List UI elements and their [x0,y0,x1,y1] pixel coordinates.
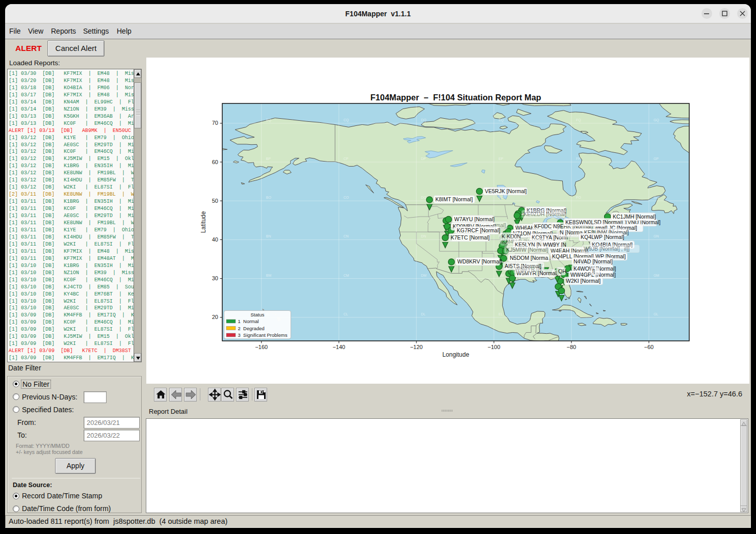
svg-text:Longitude: Longitude [442,351,470,358]
svg-text:BO: BO [266,196,272,199]
svg-text:GO: GO [654,196,659,199]
svg-text:50: 50 [212,198,218,204]
svg-text:K7ETC [Normal]: K7ETC [Normal] [451,234,490,241]
svg-text:−120: −120 [410,344,423,350]
svg-text:EP: EP [499,157,504,161]
svg-text:−80: −80 [567,344,577,350]
svg-text:EQ: EQ [499,118,504,122]
svg-text:DQ: DQ [421,118,427,122]
svg-text:l]: l] [592,268,595,274]
svg-text:CO: CO [344,196,349,199]
svg-text:FQ: FQ [576,118,581,122]
svg-text:DM: DM [421,274,427,277]
svg-text:W2KI [Normal]: W2KI [Normal] [566,278,601,284]
svg-text:GL: GL [654,312,658,316]
svg-text:GN: GN [654,234,659,238]
svg-text:BQ: BQ [266,118,272,122]
svg-text:1 Normal: 1 Normal [238,318,259,324]
svg-text:GM: GM [654,274,659,277]
svg-text:DN: DN [421,234,426,238]
svg-text:Latitude: Latitude [200,211,207,233]
svg-text:W5MYR [N: W5MYR [N [515,266,542,272]
svg-text:−160: −160 [255,344,268,350]
svg-text:W9JB [Normal] , il]]: W9JB [Normal] , il]] [584,246,630,252]
svg-text:FP: FP [576,157,581,161]
svg-text:FO: FO [576,196,581,199]
svg-text:QH: QH [558,268,566,274]
svg-text:WD8KRV [Normal]: WD8KRV [Normal] [457,258,502,264]
svg-text:−60: −60 [644,344,654,350]
svg-text:GQ: GQ [654,118,659,122]
svg-text:BN: BN [266,234,271,238]
svg-text:N5DOM [Norma K: N5DOM [Norma K [510,255,553,261]
svg-text:DL: DL [421,312,426,316]
svg-text:CL: CL [344,312,348,316]
svg-text:KE0ZDH [Normal]: KE0ZDH [Normal] [524,211,566,217]
svg-text:EL: EL [499,312,503,316]
svg-text:70: 70 [212,120,218,126]
svg-text:BP: BP [266,157,271,161]
svg-text:Status: Status [251,312,265,317]
svg-text:CQ: CQ [344,118,349,122]
svg-text:60: 60 [212,159,218,165]
svg-text:CN: CN [344,234,349,238]
svg-text:F104Mapper – F!104 Situation: F104Mapper – F!104 Situation Report Map [370,93,541,102]
svg-text:BM: BM [266,274,272,277]
svg-text:KQ4LWP [Normal]: KQ4LWP [Normal] [581,234,624,240]
svg-text:FL: FL [576,312,580,316]
svg-text:K8IMT [Normal]: K8IMT [Normal] [435,196,473,202]
svg-text:GP: GP [654,157,659,161]
svg-text:20: 20 [212,314,218,320]
svg-text:3 Significant Problems: 3 Significant Problems [238,332,288,338]
svg-text:40: 40 [212,236,218,243]
svg-text:KG7RCF [Normal]: KG7RCF [Normal] [457,227,500,233]
svg-text:30: 30 [212,275,218,281]
svg-text:EO: EO [499,196,504,199]
svg-text:2 Degraded: 2 Degraded [238,326,265,331]
svg-text:DP: DP [421,157,426,161]
svg-text:N4VAD [Normal]: N4VAD [Normal] [573,258,613,264]
svg-text:DO: DO [421,196,427,199]
svg-text:KC1JMH [Normal]: KC1JMH [Normal] [613,213,656,220]
svg-text:CP: CP [344,157,349,161]
svg-text:−100: −100 [488,344,501,350]
svg-text:VE5RJK [Normal]: VE5RJK [Normal] [485,188,527,194]
svg-text:CM: CM [344,274,349,277]
svg-text:−140: −140 [332,344,345,350]
svg-text:KJ5MIW [Normal]: KJ5MIW [Normal] [506,247,548,253]
